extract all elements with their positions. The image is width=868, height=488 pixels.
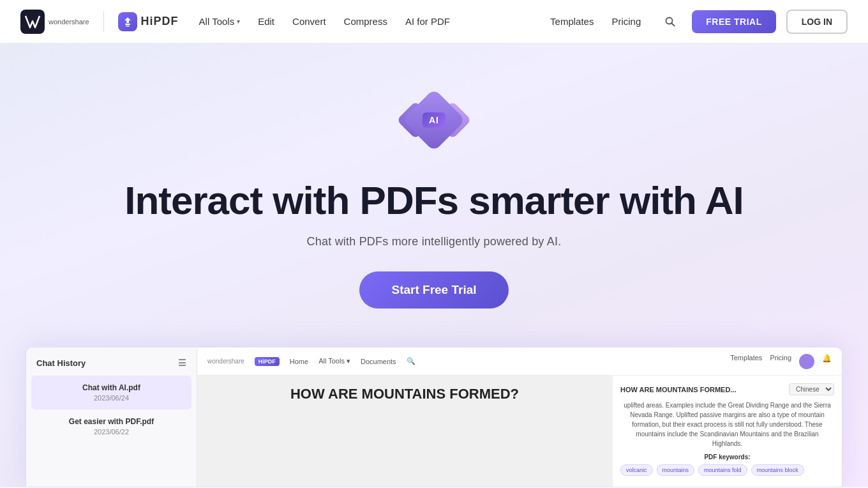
preview-section: Chat History ☰ Chat with AI.pdf 2023/06/… [0,347,868,487]
hipdf-label: HiPDF [141,15,179,28]
preview-pdf-area: HOW ARE MOUNTAINS FORMED? [197,376,612,487]
chat-item-2-date: 2023/06/22 [41,428,181,436]
nav-item-templates[interactable]: Templates [542,11,601,32]
nav-item-convert[interactable]: Convert [285,11,334,32]
svg-rect-2 [126,26,130,27]
search-button[interactable] [659,10,682,33]
hero-subtitle: Chat with PDFs more intelligently powere… [0,235,868,248]
preview-user-avatar [799,354,814,369]
navbar-right: Templates Pricing FREE TRIAL LOG IN [542,10,848,34]
sidebar-collapse-icon: ☰ [178,358,186,368]
preview-hipdf-logo: HiPDF [255,357,280,366]
chat-item-1-date: 2023/06/24 [41,394,181,402]
preview-pdf-title: HOW ARE MOUNTAINS FORMED? [290,386,519,402]
hero-section: AI Interact with PDFs smarter with AI Ch… [0,43,868,487]
ai-logo-wrapper: AI [0,82,868,158]
preview-nav-home[interactable]: Home [290,358,308,365]
keyword-mountains: mountains [657,464,695,476]
preview-ws-logo: wondershare [207,358,244,365]
nav-label-templates: Templates [550,16,594,27]
preview-keyword-label: PDF keywords: [620,454,834,461]
preview-sidebar-header: Chat History ☰ [26,358,197,376]
preview-bell-icon: 🔔 [822,354,832,369]
chevron-down-icon: ▾ [237,18,240,25]
wondershare-logo-icon [20,10,45,34]
preview-nav-docs[interactable]: Documents [361,358,396,365]
nav-label-pricing: Pricing [611,16,641,27]
preview-chat-doc-title: HOW ARE MOUNTAINS FORMED... [620,386,737,393]
chat-item-2-title: Get easier with PDF.pdf [41,417,181,426]
hipdf-icon [118,12,137,31]
svg-rect-1 [125,24,130,25]
preview-nav-tools[interactable]: All Tools ▾ [318,357,350,365]
navbar-nav: All Tools ▾ Edit Convert Compress AI for… [191,11,458,32]
keyword-mountains-block: mountains block [751,464,804,476]
preview-chat-panel: HOW ARE MOUNTAINS FORMED... Chinese upli… [612,376,842,487]
logo-divider [103,11,104,32]
right-nav-links: Templates Pricing [542,11,648,32]
preview-keywords: volcanic mountains mountains fold mounta… [620,464,834,476]
preview-chat-item-2[interactable]: Get easier with PDF.pdf 2023/06/22 [31,409,191,443]
preview-main: wondershare HiPDF Home All Tools ▾ Docum… [197,347,842,487]
nav-item-pricing[interactable]: Pricing [604,11,648,32]
wondershare-logo[interactable]: wondershare [20,10,89,34]
nav-item-edit[interactable]: Edit [250,11,282,32]
nav-item-compress[interactable]: Compress [336,11,395,32]
preview-nav-templates[interactable]: Templates [730,354,762,369]
preview-chat-item-1[interactable]: Chat with AI.pdf 2023/06/24 [31,376,191,409]
hipdf-logo[interactable]: HiPDF [118,12,179,31]
preview-sidebar: Chat History ☰ Chat with AI.pdf 2023/06/… [26,347,197,487]
search-icon [664,16,676,27]
nav-label-edit: Edit [258,16,274,27]
nav-label-ai-for-pdf: AI for PDF [405,16,450,27]
nav-item-ai-for-pdf[interactable]: AI for PDF [398,11,458,32]
preview-appbar: wondershare HiPDF Home All Tools ▾ Docum… [197,347,842,376]
ai-badge: AI [423,112,445,128]
nav-label-compress: Compress [344,16,387,27]
preview-nav-search[interactable]: 🔍 [407,357,415,365]
hipdf-icon-svg [122,16,133,27]
preview-chat-header: HOW ARE MOUNTAINS FORMED... Chinese [620,383,834,395]
preview-chat-text: uplifted areas. Examples include the Gre… [620,400,834,448]
ai-logo: AI [396,82,472,158]
preview-nav-pricing[interactable]: Pricing [770,354,791,369]
free-trial-button[interactable]: FREE TRIAL [692,10,775,33]
chat-item-1-title: Chat with AI.pdf [41,383,181,392]
login-button[interactable]: LOG IN [786,10,848,34]
navbar: wondershare HiPDF All Tools ▾ Edit Conve… [0,0,868,43]
hero-title: Interact with PDFs smarter with AI [0,179,868,222]
start-free-trial-button[interactable]: Start Free Trial [359,271,508,309]
preview-content-area: HOW ARE MOUNTAINS FORMED? HOW ARE MOUNTA… [197,376,842,487]
keyword-mountains-fold: mountains fold [698,464,747,476]
nav-label-convert: Convert [292,16,326,27]
navbar-logo: wondershare HiPDF [20,10,179,34]
nav-item-all-tools[interactable]: All Tools ▾ [191,11,248,32]
chat-history-label: Chat History [36,358,86,368]
wondershare-text: wondershare [49,18,89,26]
language-select[interactable]: Chinese [789,383,834,395]
preview-window: Chat History ☰ Chat with AI.pdf 2023/06/… [26,347,842,487]
preview-keyword-section: PDF keywords: volcanic mountains mountai… [620,454,834,476]
nav-label-all-tools: All Tools [199,16,235,27]
keyword-volcanic: volcanic [620,464,653,476]
